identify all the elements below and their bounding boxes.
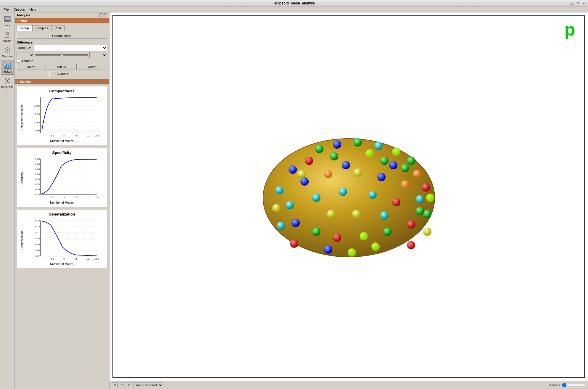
svg-text:10: 10 [86, 134, 89, 137]
slider-track[interactable] [36, 54, 88, 56]
view-grid-button[interactable]: ⊞ [112, 382, 118, 388]
ellipsoid-container [245, 122, 452, 271]
generalization-chart-svg: 0.13 0.12 0.11 0.10 0.09 0.08 0.07 2.5 5… [24, 218, 104, 262]
svg-text:5: 5 [63, 258, 65, 260]
svg-point-109 [413, 170, 421, 178]
maximize-button[interactable]: □ [576, 1, 580, 5]
panel-minimize-button[interactable]: _ [99, 13, 103, 17]
view-dots-button[interactable]: ⊟ [126, 382, 132, 388]
svg-point-143 [342, 161, 350, 169]
title-bar: ellipsoid_mesh_analyze _ □ × [0, 0, 588, 7]
svg-point-110 [422, 183, 430, 192]
svg-point-119 [423, 210, 431, 218]
svg-text:0.28: 0.28 [35, 173, 40, 176]
svg-point-116 [377, 173, 386, 181]
svg-point-103 [407, 157, 415, 165]
svg-text:0.99: 0.99 [35, 113, 40, 115]
svg-text:2.5: 2.5 [51, 196, 54, 199]
svg-text:0.25: 0.25 [35, 178, 40, 181]
svg-point-145 [297, 170, 306, 178]
svg-point-141 [423, 228, 431, 236]
compactness-x-label: Number of Modes [19, 139, 104, 143]
animate-checkbox[interactable] [17, 59, 20, 63]
svg-point-114 [324, 170, 332, 178]
specificity-y-label: Specificity [19, 156, 24, 201]
menu-file[interactable]: File [1, 7, 11, 12]
metrics-section-header[interactable]: ▼ Metrics [15, 79, 109, 84]
svg-text:5: 5 [63, 134, 65, 137]
mean-diff-btn-row: Mean Diff --> Mean [17, 64, 107, 70]
p-values-button[interactable]: P-values [49, 71, 75, 77]
svg-text:0.07: 0.07 [35, 255, 40, 258]
svg-point-130 [360, 232, 368, 240]
menu-options[interactable]: Options [11, 7, 27, 12]
svg-point-112 [286, 201, 294, 209]
svg-line-23 [7, 81, 9, 83]
panel-maximize-button[interactable]: □ [104, 13, 107, 17]
svg-point-104 [289, 165, 297, 174]
view-section-header[interactable]: ▼ View [15, 18, 109, 23]
group-set-row: Group Set [17, 45, 107, 51]
slider-min-dropdown[interactable] [17, 52, 34, 58]
svg-point-102 [392, 148, 400, 156]
sidebar-item-analyze[interactable]: Analyze [1, 60, 14, 75]
optimize-label: Optimize [2, 55, 13, 58]
reconstructed-dropdown[interactable]: Reconstructed [133, 382, 163, 388]
diff-button[interactable]: Diff --> [47, 64, 76, 70]
svg-rect-10 [4, 66, 6, 68]
mean-right-button[interactable]: Mean [78, 64, 107, 70]
mean-left-button[interactable]: Mean [17, 64, 46, 70]
slider-thumb[interactable] [61, 53, 63, 57]
svg-point-121 [339, 188, 347, 196]
svg-text:1: 1 [38, 96, 40, 99]
svg-point-125 [327, 210, 335, 218]
view-frame-button[interactable]: ⊡ [119, 382, 125, 388]
svg-text:0.11: 0.11 [35, 231, 40, 234]
svg-text:12.5: 12.5 [94, 258, 99, 260]
svg-point-132 [407, 220, 415, 229]
viewport-canvas: p [112, 15, 585, 378]
svg-text:2.5: 2.5 [51, 258, 54, 260]
sidebar-item-deepssm[interactable]: DeepSSM [1, 75, 14, 90]
svg-point-106 [330, 152, 338, 160]
specificity-chart-svg: 0.35 0.33 0.30 0.28 0.25 0.23 0.20 0.18 … [24, 156, 104, 200]
analyze-label: Analyze [2, 70, 12, 73]
svg-text:0.985: 0.985 [34, 121, 40, 124]
close-button[interactable]: × [581, 1, 586, 5]
svg-point-105 [305, 157, 313, 165]
tab-pca[interactable]: PCA [51, 25, 65, 31]
menu-bar: File Options Help [0, 7, 588, 12]
difference-label: Difference [17, 41, 107, 44]
svg-point-111 [275, 186, 283, 194]
ellipsoid-svg [245, 122, 452, 270]
sidebar-item-data[interactable]: Data [1, 14, 14, 28]
svg-text:0.13: 0.13 [35, 219, 40, 222]
svg-rect-1 [5, 17, 10, 20]
animate-label: Animate [21, 59, 33, 63]
group-set-dropdown[interactable] [34, 45, 107, 51]
svg-line-20 [6, 79, 7, 81]
svg-text:0.30: 0.30 [35, 168, 40, 171]
svg-line-21 [7, 79, 9, 81]
tab-samples[interactable]: Samples [32, 25, 51, 31]
svg-rect-12 [8, 65, 9, 68]
main-viewport: p [109, 12, 588, 389]
sidebar-item-groom[interactable]: Groom [1, 29, 14, 44]
svg-point-126 [380, 211, 389, 220]
specificity-chart: Specificity Specificity [17, 148, 107, 207]
svg-point-138 [277, 222, 285, 230]
view-arrow-icon: ▼ [17, 20, 19, 22]
sidebar-item-optimize[interactable]: Optimize [1, 44, 14, 59]
tab-group[interactable]: Group [17, 25, 32, 31]
group-set-label: Group Set [17, 46, 33, 50]
analyze-icon [3, 61, 12, 70]
svg-point-134 [324, 245, 332, 254]
overall-mean-button[interactable]: Overall Mean [17, 33, 107, 39]
svg-text:0.09: 0.09 [35, 243, 40, 246]
viewers-slider[interactable] [562, 383, 586, 388]
minimize-button[interactable]: _ [570, 1, 574, 5]
menu-help[interactable]: Help [27, 7, 39, 12]
viewers-bar: Viewers [549, 383, 586, 388]
slider-max-dropdown[interactable] [89, 52, 107, 58]
svg-rect-13 [10, 63, 11, 68]
